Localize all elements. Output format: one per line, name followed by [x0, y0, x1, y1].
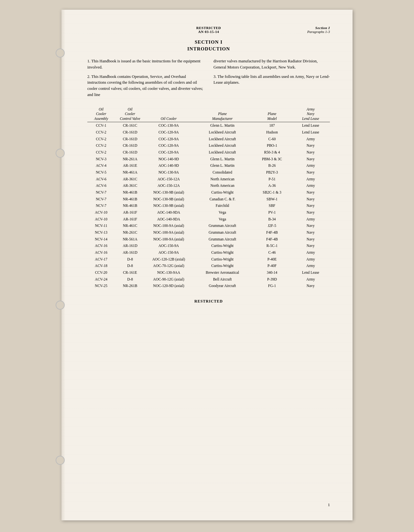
table-cell-9-5: Army	[291, 182, 330, 189]
classification-label: RESTRICTED	[168, 26, 249, 30]
table-cell-5-0: NCV-3	[87, 156, 115, 163]
table-cell-24-1: NR-261B	[115, 282, 145, 289]
table-cell-3-1: CR-161D	[115, 142, 145, 149]
table-cell-4-3: Lockheed Aircraft	[192, 149, 253, 156]
table-cell-23-4: P-39D	[253, 276, 291, 283]
intro-paragraphs: 1. This Handbook is issued as the basic …	[87, 58, 330, 101]
table-cell-5-5: Navy	[291, 156, 330, 163]
section-title: SECTION I	[87, 39, 330, 45]
table-cell-1-5: Lend Lease	[291, 129, 330, 136]
paragraph-2-cont: diverter valves manufactured by the Harr…	[213, 58, 330, 70]
table-cell-18-3: Curtiss-Wright	[192, 242, 253, 249]
table-cell-0-5: Lend Lease	[291, 122, 330, 129]
table-cell-0-1: CR-161C	[115, 122, 145, 129]
table-cell-3-4: PBO-1	[253, 142, 291, 149]
intro-right: diverter valves manufactured by the Harr…	[213, 58, 330, 101]
table-cell-2-5: Army	[291, 136, 330, 143]
table-cell-9-4: A-36	[253, 182, 291, 189]
table-row: NCV-25NR-261BNOC-120-9D (axial)Goodyear …	[87, 282, 330, 289]
header: RESTRICTED AN 03-15-14 Section I Paragra…	[87, 26, 330, 34]
table-cell-21-1: D-8	[115, 262, 145, 269]
table-cell-5-2: NOC-140-9D	[145, 156, 192, 163]
table-cell-19-1: AR-161D	[115, 249, 145, 256]
table-cell-13-2: AOC-140-9DA	[145, 209, 192, 216]
header-right: Section I Paragraphs 1-3	[249, 26, 330, 34]
table-cell-1-0: CCV-2	[87, 129, 115, 136]
table-row: NCV-7NR-461BNOC-130-9B (axial)FairchildS…	[87, 202, 330, 209]
table-cell-23-5: Army	[291, 276, 330, 283]
table-cell-17-3: Grumman Aircraft	[192, 236, 253, 243]
table-cell-9-1: AR-361C	[115, 182, 145, 189]
table-row: ACV-18D-8AOC-70-12G (axial)Curtiss-Wrigh…	[87, 262, 330, 269]
table-cell-16-1: NR-261C	[115, 229, 145, 236]
table-cell-16-3: Grumman Aircraft	[192, 229, 253, 236]
table-cell-1-3: Lockheed Aircraft	[192, 129, 253, 136]
table-cell-22-5: Lend Lease	[291, 269, 330, 276]
table-cell-11-3: Canadian C. & F.	[192, 196, 253, 203]
table-row: ACV-17D-8AOC-120-12B (axial)Curtiss-Wrig…	[87, 256, 330, 263]
table-cell-21-2: AOC-70-12G (axial)	[145, 262, 192, 269]
table-cell-19-5: Army	[291, 249, 330, 256]
table-cell-5-1: NR-261A	[115, 156, 145, 163]
table-cell-15-1: NR-461C	[115, 222, 145, 229]
table-cell-13-1: AR-161F	[115, 209, 145, 216]
table-cell-0-0: CCV-1	[87, 122, 115, 129]
paragraph-2: 2. This Handbook contains Operation, Ser…	[87, 74, 204, 98]
table-cell-6-1: AR-161E	[115, 162, 145, 169]
table-cell-21-5: Army	[291, 262, 330, 269]
table-cell-6-3: Glenn L. Martin	[192, 162, 253, 169]
table-row: ACV-6AR-361CAOC-150-12ANorth AmericanP-5…	[87, 176, 330, 183]
table-cell-1-1: CR-161D	[115, 129, 145, 136]
table-row: ACV-24D-8AOC-90-12G (axial)Bell Aircraft…	[87, 276, 330, 283]
document-page: RESTRICTED AN 03-15-14 Section I Paragra…	[61, 10, 353, 520]
table-cell-23-1: D-8	[115, 276, 145, 283]
col-header-manufacturer: PlaneManufacturer	[192, 106, 253, 122]
table-cell-8-5: Army	[291, 176, 330, 183]
table-cell-15-5: Navy	[291, 222, 330, 229]
table-row: NCV-7NR-461BNOC-130-9B (axial)Canadian C…	[87, 196, 330, 203]
binding-hole	[56, 149, 65, 158]
table-cell-0-2: COC-130-9A	[145, 122, 192, 129]
table-cell-20-5: Army	[291, 256, 330, 263]
table-cell-9-0: ACV-6	[87, 182, 115, 189]
table-header-row: OilCoolerAssembly OilCoolerControl Valve…	[87, 106, 330, 122]
table-cell-2-3: Lockheed Aircraft	[192, 136, 253, 143]
table-cell-22-0: CCV-20	[87, 269, 115, 276]
table-cell-17-0: NCV-14	[87, 236, 115, 243]
intro-title: INTRODUCTION	[87, 46, 330, 52]
table-cell-16-5: Navy	[291, 229, 330, 236]
col-header-army-navy: ArmyNavyLend Lease	[291, 106, 330, 122]
table-cell-20-1: D-8	[115, 256, 145, 263]
table-cell-10-0: NCV-7	[87, 189, 115, 196]
table-cell-8-4: P-51	[253, 176, 291, 183]
table-cell-6-4: B-26	[253, 162, 291, 169]
table-cell-5-3: Glenn L. Martin	[192, 156, 253, 163]
table-cell-17-4: F4F-4B	[253, 236, 291, 243]
header-left	[87, 26, 168, 34]
table-row: NCV-13NR-261CNOC-100-9A (axial)Grumman A…	[87, 229, 330, 236]
table-cell-13-0: ACV-10	[87, 209, 115, 216]
col-header-oil-cooler: Oil Cooler	[145, 106, 192, 122]
table-row: ACV-10AR-161FAOC-140-9DAVegaB-34Army	[87, 216, 330, 223]
table-cell-14-1: AR-161F	[115, 216, 145, 223]
table-cell-3-3: Lockheed Aircraft	[192, 142, 253, 149]
table-cell-23-2: AOC-90-12G (axial)	[145, 276, 192, 283]
col-header-model: PlaneModel	[253, 106, 291, 122]
table-cell-14-3: Vega	[192, 216, 253, 223]
table-cell-20-2: AOC-120-12B (axial)	[145, 256, 192, 263]
table-cell-22-2: NOC-130-9AA	[145, 269, 192, 276]
table-cell-3-2: COC-120-9A	[145, 142, 192, 149]
table-cell-4-2: COC-120-9A	[145, 149, 192, 156]
table-cell-3-0: CCV-2	[87, 142, 115, 149]
table-cell-9-3: North American	[192, 182, 253, 189]
table-cell-18-5: Navy	[291, 242, 330, 249]
table-cell-2-4: C-60	[253, 136, 291, 143]
table-cell-8-0: ACV-6	[87, 176, 115, 183]
table-row: CCV-2CR-161DCOC-120-9ALockheed AircraftH…	[87, 129, 330, 136]
table-cell-23-0: ACV-24	[87, 276, 115, 283]
table-cell-1-2: COC-120-9A	[145, 129, 192, 136]
table-cell-17-2: NOC-100-9A (axial)	[145, 236, 192, 243]
table-cell-6-0: ACV-4	[87, 162, 115, 169]
table-cell-2-1: CR-161D	[115, 136, 145, 143]
table-cell-19-4: C-46	[253, 249, 291, 256]
